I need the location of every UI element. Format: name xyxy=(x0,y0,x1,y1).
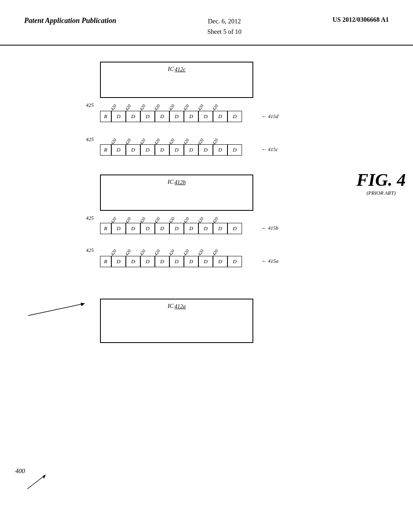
bus-cell-d8: D xyxy=(213,111,227,122)
page-header: Patent Application Publication Dec. 6, 2… xyxy=(0,0,413,46)
bus-cell-d4: D xyxy=(155,111,169,122)
bus-row-415a: R D D D D D D D D D xyxy=(100,256,242,267)
publication-title: Patent Application Publication xyxy=(24,16,116,25)
bus-labels-415b-top: 420 420 420 420 420 420 420 420 xyxy=(108,209,224,222)
patent-number: US 2012/0306668 A1 xyxy=(332,16,389,23)
bus-cell-d6: D xyxy=(184,111,198,122)
ref-415a-label: ← 415a xyxy=(261,258,278,264)
svg-marker-1 xyxy=(43,475,46,479)
ref-415d-label: ← 415d xyxy=(261,113,278,120)
bus-cell-d5: D xyxy=(169,111,184,122)
ref-425-top-d: 425 xyxy=(86,102,94,108)
ic-box-412a: IC 412a xyxy=(100,299,253,343)
arrow-400-to-box xyxy=(12,283,105,324)
bus-labels-415d-top: 420 420 420 420 420 420 420 420 xyxy=(108,96,224,109)
bus-cell-d9: D xyxy=(227,111,242,122)
ic-box-412c: IC 412c xyxy=(100,62,253,98)
bus-cell-d2: D xyxy=(126,111,140,122)
bus-cell-d7: D xyxy=(198,111,213,122)
svg-line-2 xyxy=(28,303,85,316)
ref-415c-label: ← 415c xyxy=(261,146,278,153)
bus-row-415b: R D D D D D D D D D xyxy=(100,223,242,234)
bus-labels-415c-top: 420 420 420 420 420 420 420 420 xyxy=(108,130,224,143)
bus-cell-r: R xyxy=(100,144,111,156)
ic-box-412b: IC 412b xyxy=(100,175,253,211)
ref-425-top-c: 425 xyxy=(86,136,94,143)
bus-cell-d3: D xyxy=(140,111,155,122)
bus-cell-d1: D xyxy=(111,111,126,122)
ref-425-mid-a: 425 xyxy=(86,247,94,254)
ref-400-arrow xyxy=(15,465,52,497)
diagram-area: FIG. 4 (PRIOR ART) 400 IC 412c 425 420 4… xyxy=(0,50,413,532)
header-center-info: Dec. 6, 2012 Sheet 5 of 10 xyxy=(207,16,242,37)
svg-marker-3 xyxy=(81,303,85,306)
figure-label: FIG. 4 (PRIOR ART) xyxy=(357,170,406,196)
bus-row-415d: R D D D D D D D D D xyxy=(100,111,242,122)
bus-row-415c: R D D D D D D D D D xyxy=(100,144,242,156)
bus-cell-r: R xyxy=(100,111,111,122)
svg-line-0 xyxy=(27,475,46,489)
ref-425-mid-b: 425 xyxy=(86,215,94,221)
bus-labels-415a-top: 420 420 420 420 420 420 420 420 xyxy=(108,241,224,254)
ref-415b-label: ← 415b xyxy=(261,225,278,231)
